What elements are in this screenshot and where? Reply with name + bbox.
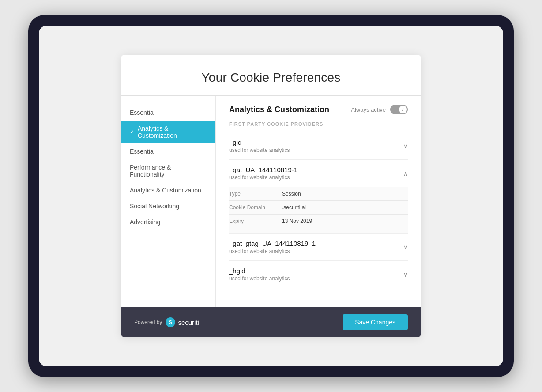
detail-row: Cookie Domain.securiti.ai — [229, 200, 408, 214]
detail-row: Expiry13 Nov 2019 — [229, 214, 408, 228]
chevron-up-icon: ∧ — [403, 170, 408, 177]
toggle-check-icon: ✓ — [401, 107, 405, 112]
detail-value: .securiti.ai — [282, 204, 306, 211]
detail-key: Expiry — [229, 218, 282, 224]
sidebar-item-advertising[interactable]: Advertising — [121, 214, 215, 230]
powered-by: Powered by S securiti — [134, 317, 199, 327]
cookie-item-gat_gtag: _gat_gtag_UA_144110819_1used for website… — [229, 233, 408, 260]
securiti-icon: S — [166, 317, 175, 327]
cookie-name-gat_ua: _gat_UA_144110819-1 — [229, 166, 297, 173]
check-icon: ✓ — [130, 129, 134, 135]
always-active-label: Always active — [351, 106, 386, 113]
modal-title-section: Your Cookie Preferences — [121, 55, 421, 96]
chevron-down-icon: ∨ — [403, 271, 408, 278]
powered-by-text: Powered by — [134, 319, 162, 325]
cookie-name-gat_gtag: _gat_gtag_UA_144110819_1 — [229, 240, 316, 247]
panel-title: Analytics & Customization — [229, 105, 329, 114]
modal-title: Your Cookie Preferences — [139, 71, 403, 85]
cookie-item-header-gat_gtag[interactable]: _gat_gtag_UA_144110819_1used for website… — [229, 234, 408, 260]
cookie-info-gat_ua: _gat_UA_144110819-1used for website anal… — [229, 166, 297, 181]
panel-header: Analytics & Customization Always active … — [229, 105, 408, 114]
cookie-info-gat_gtag: _gat_gtag_UA_144110819_1used for website… — [229, 240, 316, 254]
chevron-down-icon: ∨ — [403, 143, 408, 150]
securiti-logo: S securiti — [166, 317, 199, 327]
cookie-item-gat_ua: _gat_UA_144110819-1used for website anal… — [229, 159, 408, 233]
sidebar-item-analytics-customization[interactable]: ✓Analytics & Customization — [121, 121, 215, 143]
cookie-list: _gidused for website analytics∨_gat_UA_1… — [229, 132, 408, 288]
cookie-item-header-hgid[interactable]: _hgidused for website analytics∨ — [229, 261, 408, 288]
sidebar-item-label: Essential — [130, 109, 155, 116]
cookie-info-gid: _gidused for website analytics — [229, 139, 290, 153]
sidebar-item-essential-sub[interactable]: Essential — [121, 143, 215, 159]
detail-key: Cookie Domain — [229, 204, 282, 211]
cookie-name-gid: _gid — [229, 139, 290, 146]
securiti-name: securiti — [178, 319, 199, 326]
chevron-down-icon: ∨ — [403, 244, 408, 251]
sidebar-item-social-networking[interactable]: Social Networking — [121, 198, 215, 214]
modal-body: Your Cookie Preferences Essential✓Analyt… — [121, 55, 421, 307]
cookie-desc-gid: used for website analytics — [229, 147, 290, 153]
cookie-desc-gat_ua: used for website analytics — [229, 174, 297, 181]
sidebar: Essential✓Analytics & CustomizationEssen… — [121, 96, 216, 307]
always-active-section: Always active ✓ — [351, 105, 408, 114]
screen: Your Cookie Preferences Essential✓Analyt… — [39, 26, 503, 366]
cookie-item-header-gid[interactable]: _gidused for website analytics∨ — [229, 132, 408, 159]
device-frame: Your Cookie Preferences Essential✓Analyt… — [28, 15, 514, 377]
sidebar-item-label: Social Networking — [130, 203, 179, 210]
always-active-toggle[interactable]: ✓ — [390, 105, 408, 114]
cookie-item-header-gat_ua[interactable]: _gat_UA_144110819-1used for website anal… — [229, 160, 408, 187]
cookie-info-hgid: _hgidused for website analytics — [229, 267, 290, 282]
cookie-desc-gat_gtag: used for website analytics — [229, 248, 316, 254]
sidebar-item-analytics-customization-sub[interactable]: Analytics & Customization — [121, 182, 215, 198]
cookie-item-hgid: _hgidused for website analytics∨ — [229, 260, 408, 288]
cookie-details-gat_ua: TypeSessionCookie Domain.securiti.aiExpi… — [229, 187, 408, 233]
section-label: FIRST PARTY COOKIE PROVIDERS — [229, 121, 408, 127]
cookie-desc-hgid: used for website analytics — [229, 275, 290, 282]
detail-value: 13 Nov 2019 — [282, 218, 312, 224]
sidebar-item-essential-top[interactable]: Essential — [121, 105, 215, 121]
toggle-knob: ✓ — [399, 106, 407, 113]
sidebar-item-label: Analytics & Customization — [138, 125, 207, 139]
cookie-name-hgid: _hgid — [229, 267, 290, 275]
main-panel: Analytics & Customization Always active … — [216, 96, 421, 307]
sidebar-item-label: Performance & Functionality — [130, 164, 207, 178]
detail-row: TypeSession — [229, 187, 408, 200]
sidebar-item-performance-functionality[interactable]: Performance & Functionality — [121, 159, 215, 182]
cookie-preferences-modal: Your Cookie Preferences Essential✓Analyt… — [121, 55, 421, 337]
modal-footer: Powered by S securiti Save Changes — [121, 307, 421, 337]
save-changes-button[interactable]: Save Changes — [343, 314, 408, 330]
detail-key: Type — [229, 191, 282, 197]
sidebar-item-label: Analytics & Customization — [130, 187, 201, 194]
detail-value: Session — [282, 191, 301, 197]
sidebar-item-label: Essential — [130, 148, 155, 155]
modal-content: Essential✓Analytics & CustomizationEssen… — [121, 96, 421, 307]
sidebar-item-label: Advertising — [130, 219, 160, 226]
cookie-item-gid: _gidused for website analytics∨ — [229, 132, 408, 159]
